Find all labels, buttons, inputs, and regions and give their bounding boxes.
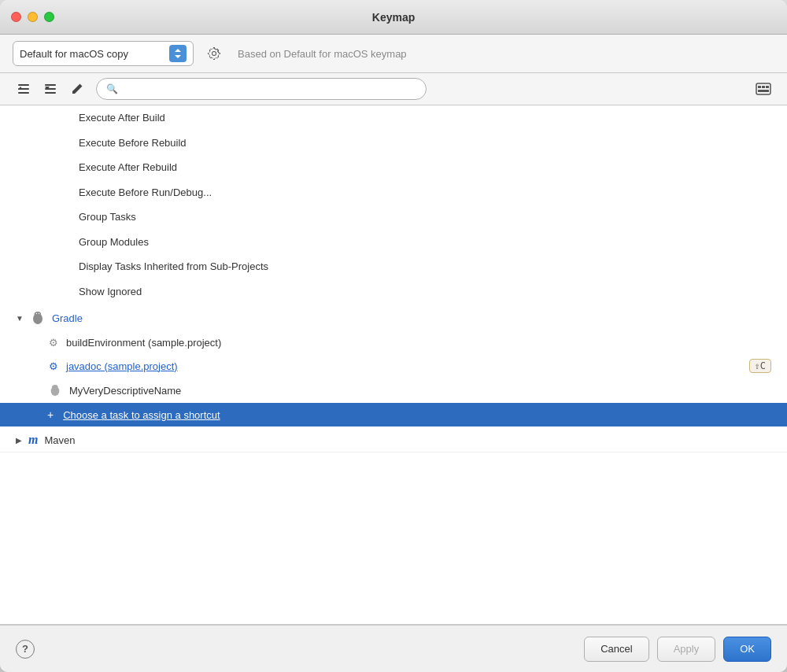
expand-all-button[interactable] xyxy=(13,78,35,100)
collapse-all-button[interactable] xyxy=(39,78,61,100)
list-item[interactable]: Show Ignored xyxy=(0,279,787,305)
gear-icon: ⚙ xyxy=(47,360,60,372)
search-field-wrapper[interactable]: 🔍 xyxy=(96,78,427,100)
svg-point-17 xyxy=(39,313,39,314)
keymap-selector[interactable]: Default for macOS copy xyxy=(13,41,194,66)
list-item-group-tasks[interactable]: Group Tasks xyxy=(0,205,787,230)
list-item[interactable]: Display Tasks Inherited from Sub-Project… xyxy=(0,254,787,279)
svg-rect-12 xyxy=(758,90,769,92)
gear-icon: ⚙ xyxy=(47,336,60,349)
list-item[interactable]: Execute Before Run/Debug... xyxy=(0,180,787,205)
keymap-name: Default for macOS copy xyxy=(20,48,128,60)
keymap-dropdown-icon[interactable] xyxy=(169,45,187,62)
keymap-toolbar: Default for macOS copy Based on Default … xyxy=(0,35,787,73)
maven-section-header[interactable]: ▶ m Maven xyxy=(0,426,787,452)
svg-rect-2 xyxy=(18,92,29,94)
svg-rect-10 xyxy=(762,86,765,88)
gradle-item-javadoc[interactable]: ⚙ javadoc (sample.project) ⇧C xyxy=(0,354,787,378)
svg-rect-11 xyxy=(766,86,769,88)
svg-rect-6 xyxy=(45,92,56,94)
action-buttons: Cancel Apply OK xyxy=(584,637,771,662)
maven-icon-letter: m xyxy=(28,433,38,447)
maven-label: Maven xyxy=(44,434,75,446)
close-button[interactable] xyxy=(11,12,21,22)
svg-point-16 xyxy=(36,313,37,314)
search-icon: 🔍 xyxy=(106,83,118,94)
gradle-section-header[interactable]: ▼ Gradle xyxy=(0,304,787,330)
svg-rect-9 xyxy=(758,86,761,88)
svg-rect-4 xyxy=(45,84,56,86)
gradle-label: Gradle xyxy=(52,312,83,324)
svg-rect-8 xyxy=(756,83,770,94)
ok-button[interactable]: OK xyxy=(723,637,771,662)
window-controls xyxy=(11,12,54,22)
keymap-settings-button[interactable] xyxy=(201,41,227,66)
bottom-bar: ? Cancel Apply OK xyxy=(0,625,787,672)
minimize-button[interactable] xyxy=(28,12,38,22)
gradle-item-myvery[interactable]: MyVeryDescriptiveName xyxy=(0,378,787,403)
shortcut-badge: ⇧C xyxy=(749,359,771,373)
list-item[interactable]: Execute Before Rebuild xyxy=(0,131,787,156)
gradle-icon xyxy=(30,310,46,326)
cancel-button[interactable]: Cancel xyxy=(584,637,648,662)
based-on-label: Based on Default for macOS keymap xyxy=(238,48,407,60)
dialog-title: Keymap xyxy=(372,11,415,24)
help-button[interactable]: ? xyxy=(16,640,35,659)
svg-rect-0 xyxy=(18,84,29,86)
keymap-list[interactable]: Execute After Build Execute Before Rebui… xyxy=(0,105,787,625)
filter-toolbar: 🔍 xyxy=(0,73,787,105)
maven-expand-arrow: ▶ xyxy=(16,436,22,445)
elephant-icon xyxy=(47,382,63,398)
search-input[interactable] xyxy=(121,83,416,95)
title-bar: Keymap xyxy=(0,0,787,35)
plus-icon: + xyxy=(47,408,54,421)
list-item[interactable]: Execute After Build xyxy=(0,105,787,131)
maximize-button[interactable] xyxy=(44,12,54,22)
gradle-item-build-env[interactable]: ⚙ buildEnvironment (sample.project) xyxy=(0,330,787,354)
list-item[interactable]: Group Modules xyxy=(0,230,787,255)
gradle-item-choose-task[interactable]: + Choose a task to assign a shortcut xyxy=(0,403,787,426)
apply-button[interactable]: Apply xyxy=(657,637,716,662)
edit-shortcut-button[interactable] xyxy=(66,78,88,100)
find-by-shortcut-button[interactable] xyxy=(752,78,774,100)
gradle-expand-arrow: ▼ xyxy=(16,314,24,323)
keymap-dialog: Keymap Default for macOS copy Based on D… xyxy=(0,0,787,672)
list-item[interactable]: Execute After Rebuild xyxy=(0,155,787,180)
